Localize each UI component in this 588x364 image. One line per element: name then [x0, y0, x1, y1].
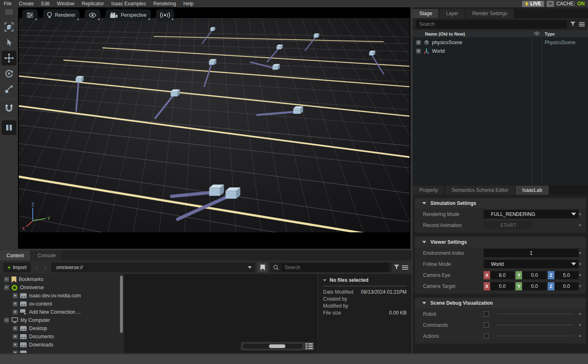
file-grid-area[interactable] — [124, 274, 318, 353]
selection-header[interactable]: No files selected — [323, 277, 407, 286]
tab-content[interactable]: Content — [0, 250, 30, 261]
live-button[interactable]: LIVE — [522, 1, 544, 7]
menu-icon[interactable] — [579, 22, 585, 27]
camera-menu[interactable]: Perspective — [106, 9, 151, 21]
tree-item-desktop[interactable]: + Desktop — [0, 324, 124, 333]
chevron-down-icon[interactable] — [248, 266, 252, 269]
expander[interactable]: + — [13, 310, 18, 315]
stage-search-input[interactable] — [416, 20, 567, 29]
live-dropdown-button[interactable] — [547, 1, 554, 7]
property-dot[interactable] — [579, 335, 581, 337]
menu-create[interactable]: Create — [15, 1, 37, 7]
thumbnail-size-slider[interactable] — [242, 343, 303, 349]
tab-layer[interactable]: Layer — [439, 9, 465, 18]
expander[interactable]: + — [13, 301, 18, 306]
expander[interactable]: + — [13, 334, 18, 339]
tree-item-partial[interactable]: + — [0, 349, 124, 353]
tree-item-ov-content[interactable]: + ov-content — [0, 300, 124, 308]
property-dot[interactable] — [579, 313, 581, 315]
camera-eye-x[interactable]: 8.0 — [490, 271, 514, 279]
tab-stage[interactable]: Stage — [413, 9, 439, 18]
camera-target-x[interactable]: 0.0 — [490, 282, 514, 290]
broadcast-menu[interactable] — [156, 9, 174, 21]
expander[interactable]: + — [13, 342, 18, 347]
snap-tool[interactable] — [2, 101, 16, 116]
renderer-menu[interactable]: Renderer — [43, 9, 79, 21]
viewport-settings-button[interactable] — [22, 9, 38, 21]
simulation-settings-header[interactable]: Simulation Settings — [415, 198, 586, 209]
tab-console[interactable]: Console — [31, 250, 62, 261]
property-dot[interactable] — [579, 252, 581, 254]
tab-isaaclab[interactable]: IsaacLab — [516, 186, 549, 195]
camera-eye-y[interactable]: 0.0 — [522, 271, 546, 279]
scale-tool[interactable] — [2, 82, 16, 97]
column-name[interactable]: Name (Old to New) — [425, 31, 465, 36]
tree-item-omniverse[interactable]: − Omniverse — [0, 283, 124, 292]
property-dot[interactable] — [579, 274, 581, 276]
property-dot[interactable] — [579, 324, 581, 326]
menu-icon[interactable] — [402, 265, 408, 270]
grid-view-icon[interactable] — [305, 343, 313, 349]
environment-index-field[interactable]: 1 — [484, 249, 579, 257]
filter-icon[interactable] — [570, 22, 576, 27]
tab-property[interactable]: Property — [413, 186, 444, 195]
tree-item-isaac-dev[interactable]: + isaac-dev.ov.nvidia.com — [0, 292, 124, 300]
property-dot[interactable] — [579, 263, 581, 265]
property-dot[interactable] — [579, 213, 581, 215]
viewer-settings-header[interactable]: Viewer Settings — [415, 237, 586, 247]
expander[interactable]: + — [13, 326, 18, 331]
stage-row-physics-scene[interactable]: + physicsScene PhysicsScene — [413, 38, 588, 47]
expander[interactable]: − — [4, 285, 9, 290]
back-button[interactable]: ‹ — [33, 264, 40, 271]
content-search-field[interactable] — [270, 263, 391, 272]
menu-edit[interactable]: Edit — [37, 1, 53, 7]
follow-mode-dropdown[interactable]: World — [484, 260, 579, 268]
tree-scrollbar[interactable] — [120, 276, 123, 333]
camera-target-z[interactable]: 0.0 — [554, 282, 579, 290]
actions-checkbox[interactable] — [484, 333, 489, 339]
scene-debug-header[interactable]: Scene Debug Visualization — [415, 298, 586, 308]
menu-isaac-examples[interactable]: Isaac Examples — [108, 1, 150, 7]
bookmark-button[interactable] — [258, 263, 267, 272]
tree-item-bookmarks[interactable]: − Bookmarks — [0, 275, 124, 283]
forward-button[interactable]: › — [42, 264, 49, 271]
rotate-tool[interactable] — [2, 66, 16, 81]
menu-rendering[interactable]: Rendering — [149, 1, 179, 7]
menu-replicator[interactable]: Replicator — [78, 1, 108, 7]
expander[interactable]: + — [13, 293, 18, 298]
tab-render-settings[interactable]: Render Settings — [466, 9, 514, 18]
import-button[interactable]: + Import — [3, 263, 31, 272]
property-dot[interactable] — [579, 224, 581, 226]
select-tool[interactable] — [2, 35, 16, 50]
menu-help[interactable]: Help — [180, 1, 197, 7]
path-field[interactable]: omniverse:// — [51, 263, 255, 272]
camera-target-y[interactable]: 0.0 — [522, 282, 546, 290]
expander[interactable]: − — [4, 318, 9, 323]
viewport-canvas[interactable]: Z Y X — [19, 18, 409, 232]
robot-checkbox[interactable] — [484, 311, 489, 317]
property-dot[interactable] — [579, 285, 581, 287]
rendering-mode-dropdown[interactable]: FULL_RENDERING — [484, 210, 579, 218]
move-tool[interactable] — [2, 51, 16, 65]
start-button[interactable]: START — [484, 221, 533, 229]
content-search-input[interactable] — [281, 263, 388, 272]
commands-checkbox[interactable] — [484, 322, 489, 328]
focus-cube-tool[interactable] — [2, 20, 16, 34]
tree-item-add-new-connection[interactable]: + Add New Connection ... — [0, 308, 124, 316]
menu-window[interactable]: Window — [53, 1, 78, 7]
pause-button[interactable] — [2, 120, 16, 135]
camera-eye-z[interactable]: 5.0 — [554, 271, 579, 279]
menu-file[interactable]: File — [0, 1, 15, 7]
expander[interactable]: + — [13, 351, 18, 353]
stage-row-world[interactable]: + World — [413, 47, 588, 55]
tree-item-downloads[interactable]: + Downloads — [0, 341, 124, 349]
tree-item-documents[interactable]: + Documents — [0, 333, 124, 341]
slider-handle[interactable] — [269, 344, 285, 348]
expander[interactable]: + — [416, 49, 421, 54]
column-type[interactable]: Type — [545, 31, 555, 36]
eye-icon[interactable] — [534, 31, 540, 36]
expander[interactable]: + — [416, 40, 421, 45]
tab-semantics-schema-editor[interactable]: Semantics Schema Editor — [445, 186, 515, 195]
filter-icon[interactable] — [394, 265, 400, 270]
rail-grip[interactable] — [2, 8, 16, 16]
